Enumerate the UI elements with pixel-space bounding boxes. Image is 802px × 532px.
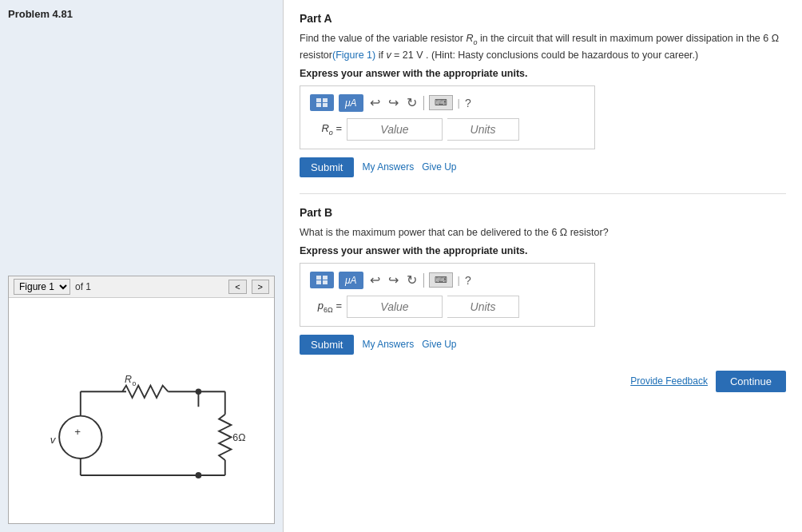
part-a-input-row: Ro =	[310, 118, 585, 141]
grid-icon-b	[316, 275, 328, 285]
svg-text:6Ω: 6Ω	[232, 432, 245, 443]
part-a-description: Find the value of the variable resistor …	[300, 31, 786, 63]
part-b-description: What is the maximum power that can be de…	[300, 225, 786, 240]
part-a-redo-button[interactable]: ↪	[387, 95, 400, 110]
part-b-keyboard-button[interactable]: ⌨	[429, 272, 453, 288]
part-divider	[300, 193, 786, 194]
left-panel: Problem 4.81 Figure 1 of 1 < > + v	[0, 0, 284, 532]
right-panel: Part A Find the value of the variable re…	[284, 0, 802, 532]
part-b-give-up-button[interactable]: Give Up	[422, 339, 456, 350]
figure-container: Figure 1 of 1 < > + v R	[8, 276, 275, 525]
part-b-my-answers-button[interactable]: My Answers	[362, 339, 414, 350]
bottom-row: Provide Feedback Continue	[300, 371, 786, 392]
svg-rect-21	[316, 103, 321, 107]
provide-feedback-button[interactable]: Provide Feedback	[630, 375, 708, 387]
part-a-title: Part A	[300, 12, 786, 25]
problem-title: Problem 4.81	[8, 8, 275, 20]
part-a-pipe: |	[458, 97, 460, 109]
part-a-express-label: Express your answer with the appropriate…	[300, 68, 786, 79]
figure-body: + v R o	[9, 298, 274, 524]
part-b-units-input[interactable]	[447, 296, 519, 318]
part-b-express-label: Express your answer with the appropriate…	[300, 245, 786, 256]
part-b-var-label: p6Ω =	[310, 300, 342, 314]
svg-rect-24	[323, 276, 328, 280]
circuit-diagram: + v R o	[30, 331, 253, 490]
grid-icon	[316, 97, 328, 108]
part-a-var-label: Ro =	[310, 122, 342, 137]
part-b-title: Part B	[300, 206, 786, 219]
part-b-input-row: p6Ω =	[310, 296, 585, 318]
part-a-my-answers-button[interactable]: My Answers	[362, 161, 414, 173]
svg-text:+: +	[74, 426, 81, 438]
part-b-reset-button[interactable]: ↻	[405, 272, 419, 288]
svg-text:R: R	[125, 374, 132, 385]
part-a-submit-button[interactable]: Submit	[300, 157, 354, 177]
figure-of-label: of 1	[75, 281, 91, 292]
part-a-section: Part A Find the value of the variable re…	[300, 12, 786, 177]
figure-header: Figure 1 of 1 < >	[9, 276, 274, 298]
part-a-units-input[interactable]	[447, 118, 519, 141]
part-b-mu-button[interactable]: μA	[339, 272, 363, 289]
part-b-redo-button[interactable]: ↪	[387, 272, 400, 288]
part-a-help-button[interactable]: ?	[465, 97, 471, 109]
part-a-give-up-button[interactable]: Give Up	[422, 161, 456, 173]
svg-rect-25	[316, 280, 321, 284]
part-b-toolbar: μA ↩ ↪ ↻ ⌨ | ?	[310, 272, 585, 289]
part-b-submit-button[interactable]: Submit	[300, 335, 354, 355]
part-b-section: Part B What is the maximum power that ca…	[300, 206, 786, 355]
part-b-help-button[interactable]: ?	[465, 274, 471, 287]
part-a-keyboard-button[interactable]: ⌨	[429, 95, 453, 110]
svg-text:o: o	[133, 379, 137, 387]
svg-rect-26	[323, 280, 328, 284]
figure-prev-button[interactable]: <	[228, 280, 246, 294]
figure-next-button[interactable]: >	[252, 280, 269, 294]
part-b-action-row: Submit My Answers Give Up	[300, 335, 786, 355]
part-a-action-row: Submit My Answers Give Up	[300, 157, 786, 177]
part-b-answer-box: μA ↩ ↪ ↻ ⌨ | ? p6Ω =	[300, 263, 595, 327]
continue-button[interactable]: Continue	[716, 371, 786, 392]
svg-rect-20	[323, 98, 328, 102]
figure1-link-a[interactable]: (Figure 1)	[332, 50, 375, 61]
part-b-pipe: |	[458, 274, 460, 286]
part-b-value-input[interactable]	[347, 296, 443, 318]
part-a-reset-button[interactable]: ↻	[405, 95, 419, 110]
part-a-mu-button[interactable]: μA	[339, 94, 363, 112]
part-a-toolbar: μA ↩ ↪ ↻ ⌨ | ?	[310, 94, 585, 112]
part-a-answer-box: μA ↩ ↪ ↻ ⌨ | ? Ro =	[300, 85, 595, 149]
part-a-value-input[interactable]	[347, 118, 443, 141]
svg-rect-19	[316, 98, 321, 102]
part-b-undo-button[interactable]: ↩	[368, 272, 382, 288]
part-a-undo-button[interactable]: ↩	[368, 95, 382, 110]
svg-point-18	[196, 472, 202, 478]
figure-select[interactable]: Figure 1	[14, 279, 70, 295]
part-b-separator	[423, 273, 424, 288]
part-a-grid-button[interactable]	[310, 94, 334, 111]
svg-text:v: v	[50, 434, 57, 446]
part-b-grid-button[interactable]	[310, 272, 334, 288]
svg-rect-23	[316, 276, 321, 280]
part-a-separator	[423, 96, 424, 110]
svg-rect-22	[323, 103, 328, 107]
